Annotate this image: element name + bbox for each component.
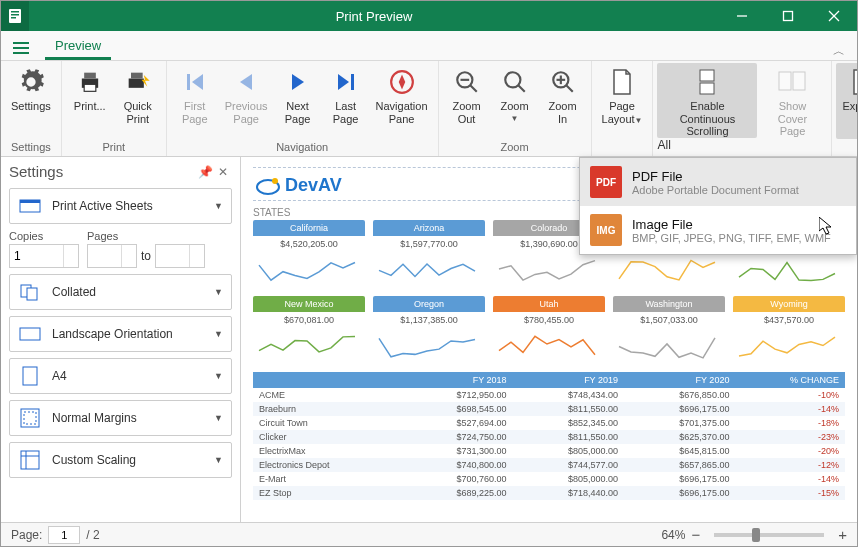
minimize-button[interactable] [719, 1, 765, 31]
export-pdf-item[interactable]: PDF PDF FileAdobe Portable Document Form… [580, 158, 856, 206]
table-row: ElectrixMax$731,300.00$805,000.00$645,81… [253, 444, 845, 458]
last-page-icon [330, 66, 362, 98]
zoom-slider[interactable] [714, 533, 824, 537]
quick-print-icon [122, 66, 154, 98]
svg-rect-43 [27, 288, 37, 300]
zoom-in-button[interactable]: Zoom In [539, 63, 587, 139]
svg-rect-15 [131, 73, 143, 79]
settings-title: Settings [9, 163, 196, 180]
table-row: Electronics Depot$740,800.00$744,577.00$… [253, 458, 845, 472]
continuous-icon [691, 66, 723, 98]
svg-line-30 [566, 85, 573, 92]
zoom-button[interactable]: Zoom▼ [491, 63, 539, 139]
paper-option[interactable]: A4▼ [9, 358, 232, 394]
sales-table: FY 2018FY 2019FY 2020% CHANGE ACME$712,9… [253, 372, 845, 500]
landscape-icon [18, 323, 42, 345]
svg-rect-21 [351, 74, 354, 90]
group-label-page [596, 139, 649, 156]
paper-icon [18, 365, 42, 387]
next-page-button[interactable]: Next Page [274, 63, 322, 139]
zoom-in-small[interactable]: + [838, 526, 847, 543]
svg-line-28 [518, 85, 525, 92]
page-icon [606, 66, 638, 98]
svg-rect-2 [11, 14, 19, 16]
pin-icon[interactable]: 📌 [196, 165, 214, 179]
file-menu-button[interactable] [7, 36, 35, 60]
state-card: Washington$1,507,033.00 [613, 296, 725, 364]
scaling-option[interactable]: Custom Scaling▼ [9, 442, 232, 478]
svg-marker-19 [292, 74, 304, 90]
compass-icon [386, 66, 418, 98]
window-title: Print Preview [29, 9, 719, 24]
pages-from-input[interactable] [87, 244, 137, 268]
svg-marker-20 [338, 74, 349, 90]
svg-rect-41 [20, 200, 40, 203]
pages-to-input[interactable] [155, 244, 205, 268]
collated-option[interactable]: Collated▼ [9, 274, 232, 310]
settings-panel: Settings 📌 ✕ Print Active Sheets ▼ Copie… [1, 157, 241, 522]
group-label-settings: Settings [5, 139, 57, 156]
group-label-print: Print [66, 139, 162, 156]
first-page-button: First Page [171, 63, 219, 139]
svg-rect-3 [11, 17, 16, 19]
gear-icon [15, 66, 47, 98]
scaling-icon [18, 449, 42, 471]
svg-rect-44 [20, 328, 40, 340]
svg-rect-5 [784, 12, 793, 21]
page-layout-button[interactable]: Page Layout▼ [596, 63, 649, 139]
zoom-value: 64% [661, 528, 685, 542]
pages-label: Pages [87, 230, 205, 242]
page-total: / 2 [86, 528, 99, 542]
print-active-sheets-option[interactable]: Print Active Sheets ▼ [9, 188, 232, 224]
svg-rect-35 [779, 72, 791, 90]
zoom-out-small[interactable]: − [691, 526, 700, 543]
next-page-icon [282, 66, 314, 98]
svg-point-27 [505, 72, 520, 87]
page-input[interactable] [48, 526, 80, 544]
settings-button[interactable]: Settings [5, 63, 57, 139]
print-button[interactable]: Print... [66, 63, 114, 139]
zoom-out-button[interactable]: Zoom Out [443, 63, 491, 139]
svg-marker-18 [240, 74, 252, 90]
sheets-icon [18, 195, 42, 217]
table-row: ACME$712,950.00$748,434.00$676,850.00-10… [253, 388, 845, 402]
state-card: California$4,520,205.00 [253, 220, 365, 288]
ribbon: Settings Settings Print... Quick Print P… [1, 61, 857, 157]
continuous-scrolling-button[interactable]: Enable Continuous Scrolling [657, 63, 757, 138]
export-icon [847, 66, 858, 98]
cover-icon [776, 66, 808, 98]
last-page-button[interactable]: Last Page [322, 63, 370, 139]
ribbon-tabs: Preview ︿ [1, 31, 857, 61]
orientation-option[interactable]: Landscape Orientation▼ [9, 316, 232, 352]
collapse-ribbon-button[interactable]: ︿ [833, 43, 845, 60]
svg-rect-1 [11, 11, 19, 13]
state-card: Wyoming$437,570.00 [733, 296, 845, 364]
group-label-export [836, 139, 858, 156]
state-card: New Mexico$670,081.00 [253, 296, 365, 364]
export-image-item[interactable]: IMG Image FileBMP, GIF, JPEG, PNG, TIFF,… [580, 206, 856, 254]
table-row: EZ Stop$689,225.00$718,440.00$696,175.00… [253, 486, 845, 500]
svg-rect-48 [21, 451, 39, 469]
close-button[interactable] [811, 1, 857, 31]
quick-print-button[interactable]: Quick Print [114, 63, 162, 139]
margins-option[interactable]: Normal Margins▼ [9, 400, 232, 436]
app-icon [1, 1, 29, 31]
first-page-icon [179, 66, 211, 98]
titlebar: Print Preview [1, 1, 857, 31]
tab-preview[interactable]: Preview [45, 34, 111, 60]
zoom-in-icon [547, 66, 579, 98]
svg-rect-12 [84, 73, 96, 79]
maximize-button[interactable] [765, 1, 811, 31]
export-button[interactable]: Export...▼ [836, 63, 858, 139]
state-card: Oregon$1,137,385.00 [373, 296, 485, 364]
logo: DevAV [255, 174, 342, 196]
statusbar: Page: / 2 64% − + [1, 522, 857, 546]
svg-marker-23 [398, 74, 405, 89]
collated-icon [18, 281, 42, 303]
copies-input[interactable] [9, 244, 79, 268]
copies-label: Copies [9, 230, 79, 242]
page-label: Page: [11, 528, 42, 542]
nav-pane-button[interactable]: Navigation Pane [370, 63, 434, 139]
export-dropdown: PDF PDF FileAdobe Portable Document Form… [579, 157, 857, 255]
close-panel-button[interactable]: ✕ [214, 165, 232, 179]
